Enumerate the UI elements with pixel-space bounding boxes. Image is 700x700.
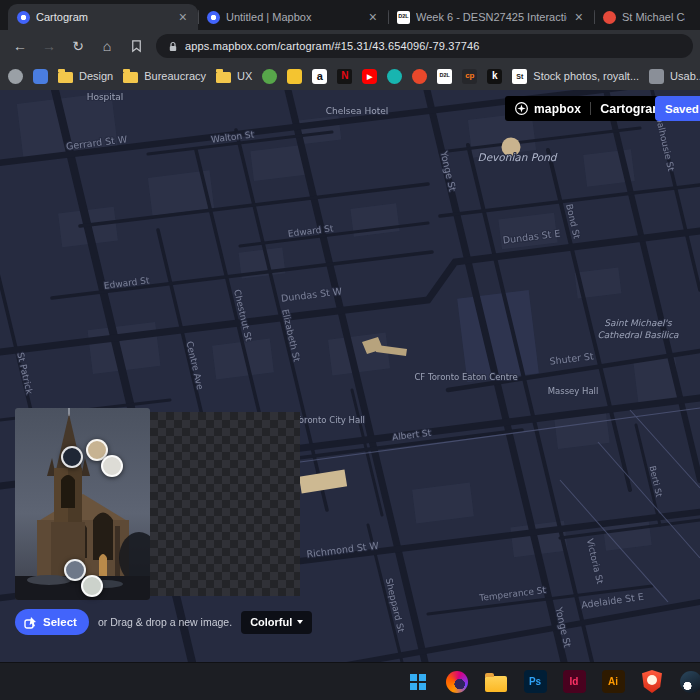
color-swatch[interactable] (101, 455, 123, 477)
bookmark-amazon[interactable]: a (312, 69, 327, 84)
bookmark-orange-site[interactable] (412, 69, 427, 84)
bookmark-cp-icon: cp (462, 69, 477, 84)
bookmark-label: Design (79, 70, 113, 82)
bookmark-green-site-icon (262, 69, 277, 84)
bookmark-label: Usab... (670, 70, 700, 82)
bookmark-youtube[interactable]: ▶ (362, 69, 377, 84)
bookmark-orange-site-icon (412, 69, 427, 84)
tab-close-icon[interactable]: × (367, 10, 379, 24)
bookmark-folder-design[interactable]: Design (58, 70, 113, 83)
map-label: Massey Hall (548, 386, 599, 396)
bookmarks-bar: DesignBureaucracyUXaN▶D2LcpkStStock phot… (0, 62, 700, 90)
tab-title: Cartogram (36, 11, 171, 23)
windows-start-icon[interactable] (405, 669, 431, 695)
firefox-icon[interactable] (444, 669, 470, 695)
bookmark-netflix[interactable]: N (337, 69, 352, 84)
bookmark-folder-bureaucracy-icon (123, 72, 138, 83)
map-label: Saint Michael's (604, 318, 673, 328)
palette-dropdown-label: Colorful (250, 616, 292, 628)
d2l-favicon: D2L (397, 11, 410, 24)
bookmark-taxi-site-icon (287, 69, 302, 84)
url-text: apps.mapbox.com/cartogram/#15.31/43.6540… (185, 40, 480, 52)
saved-style-button[interactable]: Saved style (655, 96, 700, 121)
map-label: Cathedral Basilica (597, 330, 679, 340)
map-canvas[interactable]: HospitalGerrard St WWalton StChelsea Hot… (0, 90, 700, 662)
color-swatch[interactable] (61, 446, 83, 468)
bookmark-site-2[interactable] (33, 69, 48, 84)
home-button[interactable]: ⌂ (94, 33, 120, 59)
logo-divider (590, 102, 591, 115)
bookmark-d2l-icon: D2L (437, 69, 452, 84)
tab-close-icon[interactable]: × (177, 10, 189, 24)
mapbox-favicon (17, 11, 30, 24)
bookmark-usability[interactable]: Usab... (649, 69, 700, 84)
illustrator-icon[interactable]: Ai (600, 669, 626, 695)
map-label: Chelsea Hotel (326, 106, 388, 116)
tab-close-icon[interactable]: × (573, 10, 585, 24)
red-site-favicon (603, 11, 616, 24)
bookmark-taxi-site[interactable] (287, 69, 302, 84)
bookmark-folder-bureaucracy[interactable]: Bureaucracy (123, 70, 206, 83)
app-title: Cartogram (600, 102, 663, 116)
bookmark-d2l[interactable]: D2L (437, 69, 452, 84)
file-explorer-glyph (485, 676, 507, 692)
image-palette-widget: Select or Drag & drop a new image. Color… (15, 408, 300, 635)
forward-button[interactable]: → (36, 33, 62, 59)
bookmark-label: Stock photos, royalt... (533, 70, 639, 82)
browser-tab[interactable]: Cartogram× (8, 4, 198, 30)
illustrator-glyph: Ai (602, 670, 625, 693)
desktop: Cartogram×Untitled | Mapbox×D2LWeek 6 - … (0, 0, 700, 700)
image-preview-panel (15, 408, 300, 600)
color-swatch[interactable] (64, 559, 86, 581)
palette-dropdown[interactable]: Colorful (241, 611, 312, 634)
select-cursor-icon (24, 616, 37, 629)
bookmark-green-site[interactable] (262, 69, 277, 84)
bookmark-site-1-icon (8, 69, 23, 84)
bookmark-site-1[interactable] (8, 69, 23, 84)
bookmark-amazon-icon: a (312, 69, 327, 84)
mapbox-wordmark: mapbox (534, 102, 581, 116)
bookmark-stock-photos-icon: St (512, 69, 527, 84)
bookmark-teal-site-icon (387, 69, 402, 84)
tab-strip: Cartogram×Untitled | Mapbox×D2LWeek 6 - … (0, 0, 700, 30)
mapbox-logo-pill: mapbox Cartogram (505, 96, 673, 121)
photoshop-icon[interactable]: Ps (522, 669, 548, 695)
photoshop-glyph: Ps (524, 670, 547, 693)
steam-icon[interactable] (678, 669, 700, 695)
drop-hint: or Drag & drop a new image. (98, 616, 232, 628)
bookmark-teal-site[interactable] (387, 69, 402, 84)
bookmark-k[interactable]: k (487, 69, 502, 84)
back-button[interactable]: ← (7, 33, 33, 59)
tab-title: Untitled | Mapbox (226, 11, 361, 23)
bookmark-label: Bureaucracy (144, 70, 206, 82)
indesign-glyph: Id (563, 670, 586, 693)
map-label: Hospital (87, 92, 124, 102)
bookmark-youtube-icon: ▶ (362, 69, 377, 84)
bookmark-folder-ux-icon (216, 72, 231, 83)
security-shield-glyph (642, 670, 662, 693)
indesign-icon[interactable]: Id (561, 669, 587, 695)
tab-title: Week 6 - DESN27425 Interaction Des (416, 11, 567, 23)
reload-button[interactable]: ↻ (65, 33, 91, 59)
browser-toolbar: ← → ↻ ⌂ apps.mapbox.com/cartogram/#15.31… (0, 30, 700, 62)
browser-tab[interactable]: D2LWeek 6 - DESN27425 Interaction Des× (388, 4, 594, 30)
select-image-button[interactable]: Select (15, 609, 89, 635)
browser-tab[interactable]: Untitled | Mapbox× (198, 4, 388, 30)
bookmark-folder-ux[interactable]: UX (216, 70, 252, 83)
mapbox-favicon (207, 11, 220, 24)
address-bar[interactable]: apps.mapbox.com/cartogram/#15.31/43.6540… (156, 34, 693, 58)
bookmark-panel-icon[interactable] (123, 33, 149, 59)
tab-title: St Michael Cathe (622, 11, 685, 23)
bookmark-usability-icon (649, 69, 664, 84)
browser-tab[interactable]: St Michael Cathe (594, 4, 694, 30)
bookmark-stock-photos[interactable]: StStock photos, royalt... (512, 69, 639, 84)
bookmark-cp[interactable]: cp (462, 69, 477, 84)
file-explorer-icon[interactable] (483, 669, 509, 695)
security-shield-icon[interactable] (639, 669, 665, 695)
windows-taskbar: PsIdAi (0, 662, 700, 700)
color-swatch[interactable] (81, 575, 103, 597)
windows-start-glyph (410, 674, 426, 690)
lock-icon (168, 41, 178, 52)
bookmark-netflix-icon: N (337, 69, 352, 84)
map-label: Devonian Pond (478, 151, 558, 163)
